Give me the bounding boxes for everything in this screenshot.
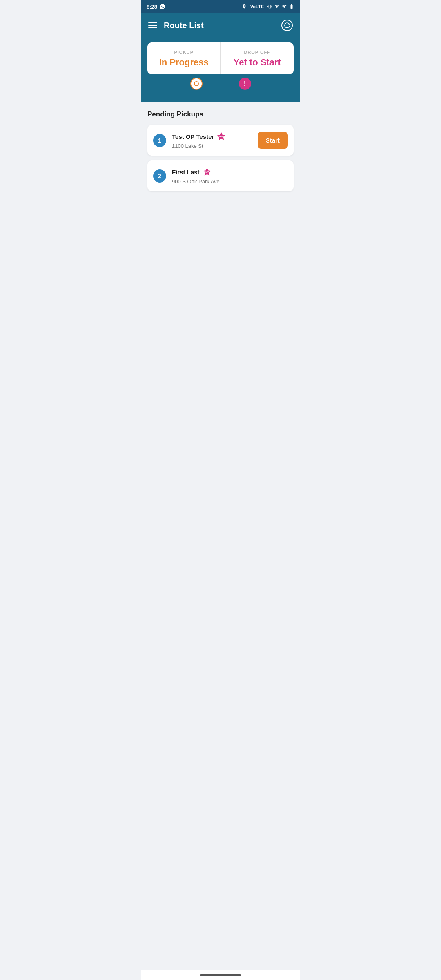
customer-name-2: First Last <box>172 169 200 176</box>
pickup-status: In Progress <box>159 57 209 68</box>
whatsapp-icon <box>160 4 165 9</box>
exclamation-icon: ! <box>244 80 246 87</box>
pickup-indicator-inner <box>194 81 199 86</box>
card-info-1: Test OP Tester NEW 1100 Lake St <box>172 131 252 149</box>
pending-section-title: Pending Pickups <box>147 110 294 118</box>
customer-name-1: Test OP Tester <box>172 133 214 140</box>
pickup-card-2: 2 First Last NEW 900 S Oak Park Ave <box>147 160 294 191</box>
refresh-icon <box>284 22 290 29</box>
menu-button[interactable] <box>148 22 157 28</box>
pickup-tab[interactable]: PICKUP In Progress <box>147 42 221 74</box>
new-badge-text-1: NEW <box>219 135 225 138</box>
pickup-indicator <box>190 78 203 90</box>
refresh-button[interactable] <box>281 20 293 31</box>
dropoff-tab[interactable]: DROP OFF Yet to Start <box>221 42 294 74</box>
indicator-row: ! <box>147 78 294 90</box>
dropoff-status: Yet to Start <box>234 57 281 68</box>
header-left: Route List <box>148 21 204 30</box>
location-icon <box>242 4 247 9</box>
battery-icon <box>289 4 294 9</box>
status-bar: 8:28 VoLTE <box>141 0 300 13</box>
volte-badge: VoLTE <box>249 4 265 9</box>
header: Route List <box>141 13 300 38</box>
vibrate-icon <box>267 4 272 9</box>
new-badge-2: NEW <box>202 167 212 177</box>
signal-icon <box>282 4 287 9</box>
start-button-1[interactable]: Start <box>258 132 288 149</box>
wifi-icon <box>274 4 280 9</box>
dropoff-indicator: ! <box>239 78 251 90</box>
order-number-2: 2 <box>153 169 166 183</box>
status-time-group: 8:28 <box>147 4 165 10</box>
page-title: Route List <box>164 21 204 30</box>
pickup-card-1: 1 Test OP Tester NEW 1100 Lake St Start <box>147 125 294 156</box>
main-content: Pending Pickups 1 Test OP Tester NEW 110… <box>141 102 300 204</box>
new-badge-1: NEW <box>216 131 226 141</box>
clock-time: 8:28 <box>147 4 157 10</box>
new-badge-text-2: NEW <box>204 171 210 173</box>
card-address-1: 1100 Lake St <box>172 143 252 149</box>
status-icons-group: VoLTE <box>242 4 294 9</box>
pickup-label: PICKUP <box>174 50 194 55</box>
card-name-row-2: First Last NEW <box>172 167 288 177</box>
card-name-row-1: Test OP Tester NEW <box>172 131 252 141</box>
status-card-section: PICKUP In Progress DROP OFF Yet to Start… <box>141 38 300 102</box>
order-number-1: 1 <box>153 134 166 147</box>
card-address-2: 900 S Oak Park Ave <box>172 178 288 185</box>
card-info-2: First Last NEW 900 S Oak Park Ave <box>172 167 288 185</box>
status-card: PICKUP In Progress DROP OFF Yet to Start <box>147 42 294 74</box>
dropoff-label: DROP OFF <box>244 50 270 55</box>
